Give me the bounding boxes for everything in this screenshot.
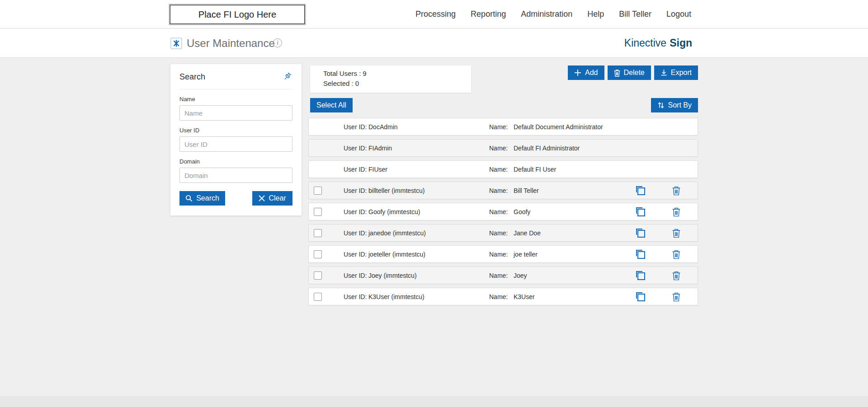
- page-title: User Maintenance: [187, 29, 275, 57]
- user-maintenance-page: Place FI Logo Here ProcessingReportingAd…: [0, 0, 868, 407]
- select-all-button[interactable]: Select All: [310, 98, 353, 112]
- row-checkbox[interactable]: [314, 293, 322, 301]
- name-value: K3User: [514, 293, 535, 300]
- copy-user-button[interactable]: [635, 185, 646, 196]
- row-checkbox[interactable]: [314, 250, 322, 258]
- app-header: User Maintenance KinectiveSign: [0, 29, 868, 58]
- brand-name: Kinective: [624, 37, 666, 49]
- nav-item-help[interactable]: Help: [587, 9, 604, 19]
- copy-user-button[interactable]: [635, 206, 646, 217]
- export-button[interactable]: Export: [654, 65, 698, 80]
- row-checkbox[interactable]: [314, 229, 322, 237]
- row-checkbox[interactable]: [314, 187, 322, 195]
- copy-icon: [635, 291, 646, 302]
- info-icon[interactable]: [273, 38, 282, 47]
- user-row: User ID: FIUser Name: Default FI User: [308, 160, 698, 178]
- footer-bar: [0, 396, 868, 407]
- name-label: Name:: [489, 166, 508, 173]
- copy-icon: [635, 270, 646, 281]
- name-value: Bill Teller: [514, 187, 539, 194]
- plus-icon: [574, 69, 581, 76]
- name-label: Name:: [489, 251, 508, 258]
- delete-user-button[interactable]: [672, 271, 680, 280]
- copy-icon: [635, 185, 646, 196]
- add-button-label: Add: [585, 69, 598, 77]
- trash-icon: [672, 207, 680, 216]
- name-value: Default Document Administrator: [514, 123, 603, 131]
- user-id-value: FIUser: [368, 166, 387, 173]
- search-panel-divider: [179, 89, 292, 89]
- delete-user-button[interactable]: [672, 249, 680, 259]
- name-value: joe teller: [514, 251, 538, 258]
- clear-button[interactable]: Clear: [252, 191, 292, 206]
- domain-label: Domain: [179, 158, 292, 165]
- sort-by-button[interactable]: Sort By: [651, 98, 698, 112]
- trash-icon: [672, 186, 680, 195]
- name-value: Default FI Administrator: [514, 145, 580, 152]
- user-id-label: User ID:: [344, 208, 367, 215]
- nav-item-processing[interactable]: Processing: [415, 9, 456, 19]
- copy-user-button[interactable]: [635, 249, 646, 260]
- user-row: User ID: FIAdmin Name: Default FI Admini…: [308, 139, 698, 157]
- user-id-label: User ID: [179, 127, 292, 134]
- delete-user-button[interactable]: [672, 207, 680, 216]
- nav-item-administration[interactable]: Administration: [521, 9, 572, 19]
- summary-card: Total Users :9 Selected :0: [310, 65, 471, 93]
- name-label: Name:: [489, 187, 508, 194]
- name-value: Goofy: [514, 208, 530, 215]
- trash-icon: [672, 292, 680, 301]
- delete-user-button[interactable]: [672, 292, 680, 301]
- trash-icon: [614, 69, 620, 77]
- fi-logo-placeholder: Place FI Logo Here: [170, 5, 305, 24]
- user-id-label: User ID:: [344, 251, 367, 258]
- copy-user-button[interactable]: [635, 291, 646, 302]
- copy-icon: [635, 249, 646, 260]
- name-input[interactable]: [179, 105, 292, 121]
- name-value: Joey: [514, 272, 527, 279]
- add-button[interactable]: Add: [568, 65, 604, 80]
- name-label: Name:: [489, 145, 508, 152]
- user-id-value: K3User (immtestcu): [368, 293, 425, 300]
- user-row: User ID: joeteller (immtestcu) Name: joe…: [308, 245, 698, 263]
- search-button[interactable]: Search: [179, 191, 225, 206]
- row-checkbox[interactable]: [314, 208, 322, 216]
- user-id-value: Goofy (immtestcu): [368, 208, 420, 215]
- trash-icon: [672, 271, 680, 280]
- search-icon: [185, 195, 193, 202]
- copy-icon: [635, 206, 646, 217]
- copy-user-button[interactable]: [635, 270, 646, 281]
- export-button-label: Export: [671, 69, 692, 77]
- search-panel: Search NameUser IDDomain Search: [170, 64, 302, 216]
- user-id-value: joeteller (immtestcu): [368, 251, 425, 258]
- sort-by-label: Sort By: [668, 101, 692, 109]
- nav-item-logout[interactable]: Logout: [666, 9, 691, 19]
- name-label: Name:: [489, 272, 508, 279]
- user-row: User ID: billteller (immtestcu) Name: Bi…: [308, 182, 698, 199]
- copy-user-button[interactable]: [635, 228, 646, 239]
- user-id-label: User ID:: [344, 145, 367, 152]
- fi-logo-text: Place FI Logo Here: [198, 9, 276, 20]
- trash-icon: [672, 249, 680, 259]
- delete-user-button[interactable]: [672, 186, 680, 195]
- user-id-value: billteller (immtestcu): [368, 187, 425, 194]
- select-all-label: Select All: [316, 101, 346, 109]
- name-value: Jane Doe: [514, 229, 541, 237]
- selected-count-text: Selected :0: [323, 79, 471, 89]
- delete-button[interactable]: Delete: [608, 65, 651, 80]
- nav-item-bill-teller[interactable]: Bill Teller: [619, 9, 651, 19]
- user-id-input[interactable]: [179, 136, 292, 152]
- nav-item-reporting[interactable]: Reporting: [471, 9, 506, 19]
- brand-logo: KinectiveSign: [624, 29, 692, 57]
- copy-icon: [635, 228, 646, 239]
- name-label: Name: [179, 96, 292, 103]
- user-row: User ID: Joey (immtestcu) Name: Joey: [308, 267, 698, 284]
- row-checkbox[interactable]: [314, 271, 322, 280]
- domain-input[interactable]: [179, 168, 292, 183]
- pin-icon[interactable]: [282, 71, 292, 82]
- trash-icon: [672, 228, 680, 238]
- name-label: Name:: [489, 293, 508, 300]
- sort-icon: [657, 102, 665, 109]
- delete-user-button[interactable]: [672, 228, 680, 238]
- user-id-label: User ID:: [344, 166, 367, 173]
- user-id-value: DocAdmin: [368, 123, 398, 131]
